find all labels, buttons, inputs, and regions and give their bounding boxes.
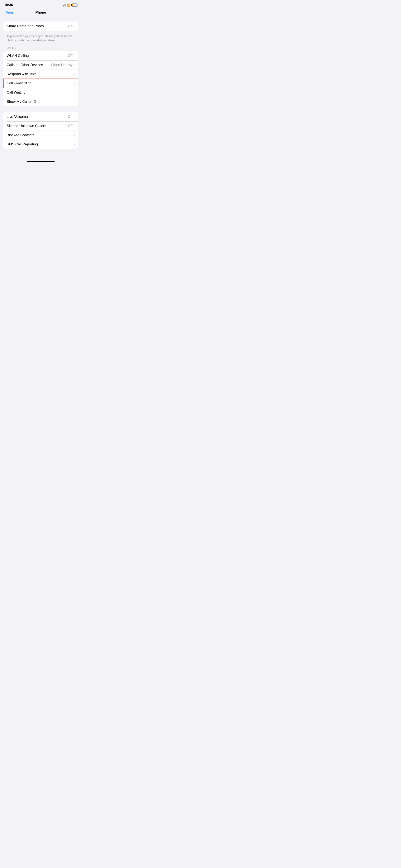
calls-other-devices-chevron-icon: ›	[74, 63, 75, 67]
back-chevron-icon: ‹	[3, 10, 5, 14]
signal-bar-3	[64, 4, 65, 6]
live-voicemail-value: On	[68, 115, 73, 119]
live-voicemail-right: On ›	[68, 115, 75, 119]
blocked-contacts-right: ›	[74, 133, 75, 137]
share-name-chevron-icon: ›	[74, 25, 75, 28]
wlan-calling-value: Off	[68, 54, 72, 58]
blocked-contacts-label: Blocked Contacts	[7, 133, 34, 137]
call-waiting-item[interactable]: Call Waiting ›	[3, 88, 78, 97]
nav-header: ‹ Apps Phone	[0, 9, 82, 17]
share-name-value: Off	[68, 24, 72, 28]
call-forwarding-chevron-icon: ›	[74, 82, 75, 85]
share-name-description: To personalize your messages, choose you…	[3, 32, 78, 45]
show-caller-id-chevron-icon: ›	[74, 100, 75, 103]
wlan-calling-item[interactable]: WLAN Calling Off ›	[3, 51, 78, 60]
respond-with-text-item[interactable]: Respond with Text ›	[3, 69, 78, 79]
signal-bar-4	[65, 4, 66, 6]
sms-call-reporting-label: SMS/Call Reporting	[7, 142, 38, 147]
call-waiting-right: ›	[74, 91, 75, 94]
call-waiting-chevron-icon: ›	[74, 91, 75, 94]
blocked-contacts-item[interactable]: Blocked Contacts ›	[3, 130, 78, 140]
calls-section-header: CALLS	[3, 46, 78, 51]
blocked-contacts-chevron-icon: ›	[74, 133, 75, 137]
sms-call-reporting-chevron-icon: ›	[74, 143, 75, 146]
status-bar: 10:36 📶 17	[0, 0, 82, 9]
calls-other-devices-item[interactable]: Calls on Other Devices When Nearby ›	[3, 60, 78, 69]
silence-unknown-chevron-icon: ›	[74, 124, 75, 128]
sms-call-reporting-right: ›	[74, 143, 75, 146]
back-label: Apps	[6, 10, 14, 14]
live-voicemail-item[interactable]: Live Voicemail On ›	[3, 112, 78, 121]
call-waiting-label: Call Waiting	[7, 90, 26, 95]
call-forwarding-right: ›	[74, 82, 75, 85]
wlan-calling-label: WLAN Calling	[7, 54, 29, 58]
back-button[interactable]: ‹ Apps	[3, 10, 13, 14]
signal-bar-2	[63, 5, 63, 6]
battery-icon: 17	[71, 4, 77, 6]
respond-with-text-chevron-icon: ›	[74, 72, 75, 76]
live-voicemail-label: Live Voicemail	[7, 115, 29, 119]
silence-unknown-label: Silence Unknown Callers	[7, 124, 46, 128]
show-caller-id-label: Show My Caller ID	[7, 100, 36, 104]
share-name-card: Share Name and Photo Off ›	[3, 22, 78, 31]
show-caller-id-item[interactable]: Show My Caller ID ›	[3, 97, 78, 106]
battery-fill	[72, 4, 73, 6]
battery-percent: 17	[73, 4, 75, 6]
live-voicemail-chevron-icon: ›	[74, 115, 75, 119]
calls-other-devices-right: When Nearby ›	[51, 63, 75, 67]
wlan-calling-right: Off ›	[68, 54, 75, 58]
call-forwarding-label: Call Forwarding	[7, 81, 32, 86]
call-forwarding-item[interactable]: Call Forwarding ›	[3, 79, 78, 88]
silence-unknown-item[interactable]: Silence Unknown Callers Off ›	[3, 121, 78, 130]
wifi-icon: 📶	[67, 4, 70, 7]
status-icons: 📶 17	[62, 4, 77, 7]
respond-with-text-label: Respond with Text	[7, 72, 36, 76]
respond-with-text-right: ›	[74, 72, 75, 76]
voicemail-card: Live Voicemail On › Silence Unknown Call…	[3, 112, 78, 149]
page-title: Phone	[35, 10, 46, 14]
battery-body: 17	[71, 4, 77, 6]
settings-content: Share Name and Photo Off › To personaliz…	[0, 17, 82, 155]
share-name-label: Share Name and Photo	[7, 24, 44, 28]
home-bar	[27, 161, 55, 162]
calls-other-devices-label: Calls on Other Devices	[7, 63, 43, 67]
silence-unknown-value: Off	[68, 124, 72, 128]
status-time: 10:36	[4, 3, 13, 7]
share-name-photo-item[interactable]: Share Name and Photo Off ›	[3, 22, 78, 31]
sms-call-reporting-item[interactable]: SMS/Call Reporting ›	[3, 140, 78, 149]
silence-unknown-right: Off ›	[68, 124, 75, 128]
signal-icon	[62, 4, 66, 6]
wlan-calling-chevron-icon: ›	[74, 54, 75, 57]
calls-card: WLAN Calling Off › Calls on Other Device…	[3, 51, 78, 106]
share-name-right: Off ›	[68, 24, 75, 28]
signal-bar-1	[62, 6, 62, 6]
home-indicator	[0, 159, 82, 163]
calls-other-devices-value: When Nearby	[51, 63, 72, 67]
show-caller-id-right: ›	[74, 100, 75, 103]
